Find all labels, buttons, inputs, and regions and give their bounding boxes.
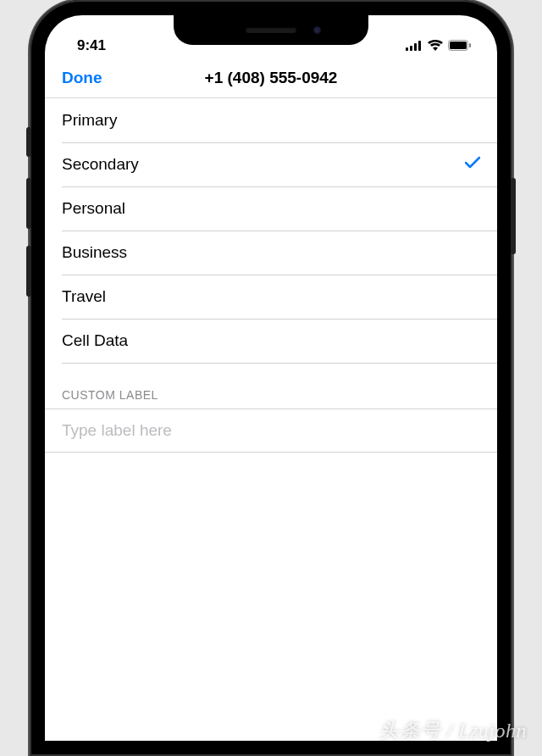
notch (174, 15, 368, 45)
label-row-cell-data[interactable]: Cell Data (45, 319, 497, 363)
watermark: 头条号 / Lzujohn (379, 717, 527, 744)
label-row-travel[interactable]: Travel (45, 275, 497, 319)
status-time: 9:41 (69, 37, 106, 54)
label-row-personal[interactable]: Personal (45, 186, 497, 231)
nav-title: +1 (408) 555-0942 (205, 69, 338, 87)
label-row-business[interactable]: Business (45, 231, 497, 275)
done-button[interactable]: Done (62, 69, 102, 87)
svg-rect-6 (469, 43, 471, 47)
label-text: Cell Data (62, 331, 128, 350)
screen: 9:41 Done +1 (408) 555-0942 PrimarySecon… (45, 15, 497, 741)
speaker-grille (246, 27, 296, 33)
svg-rect-2 (414, 43, 417, 51)
side-button-volume-down (26, 246, 31, 297)
phone-frame: 9:41 Done +1 (408) 555-0942 PrimarySecon… (30, 0, 512, 756)
signal-icon (406, 39, 423, 54)
label-row-primary[interactable]: Primary (45, 98, 497, 142)
label-text: Travel (62, 287, 106, 306)
svg-rect-0 (406, 47, 408, 51)
svg-rect-3 (418, 41, 421, 51)
wifi-icon (428, 39, 443, 54)
custom-label-header: CUSTOM LABEL (45, 363, 497, 409)
front-camera (312, 25, 322, 35)
label-row-secondary[interactable]: Secondary (45, 142, 497, 186)
svg-rect-5 (450, 42, 467, 49)
label-text: Business (62, 243, 127, 262)
custom-label-row[interactable] (45, 409, 497, 453)
nav-bar: Done +1 (408) 555-0942 (45, 58, 497, 98)
label-list: PrimarySecondaryPersonalBusinessTravelCe… (45, 98, 497, 363)
svg-rect-1 (410, 46, 412, 51)
status-icons (406, 39, 473, 54)
custom-label-input[interactable] (62, 421, 480, 440)
side-button-power (511, 178, 516, 254)
battery-icon (448, 39, 472, 54)
label-text: Personal (62, 199, 125, 218)
label-text: Primary (62, 111, 117, 130)
side-button-volume-up (26, 178, 31, 229)
label-text: Secondary (62, 155, 139, 174)
side-button-silent (26, 127, 31, 157)
checkmark-icon (465, 155, 480, 174)
